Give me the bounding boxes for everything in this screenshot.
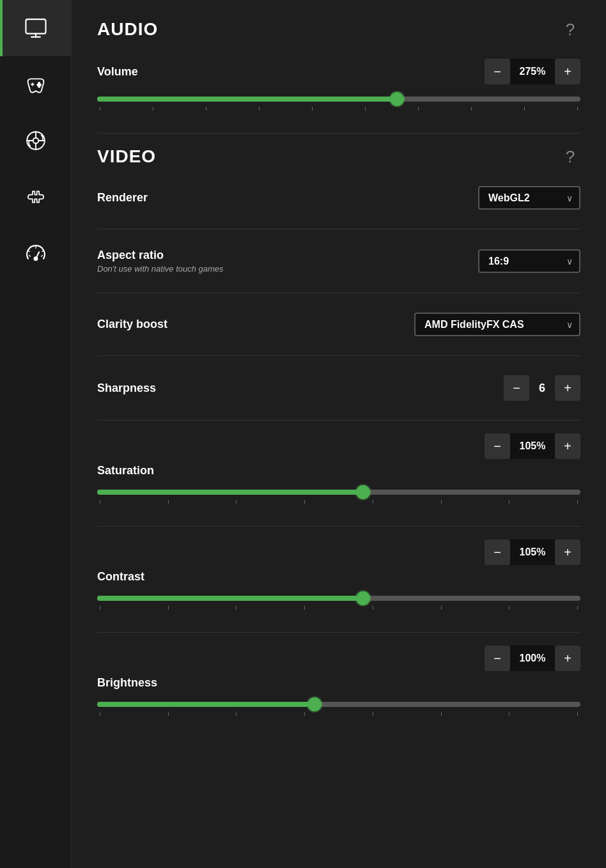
saturation-divider — [97, 526, 580, 527]
saturation-stepper: − 105% + — [485, 433, 580, 459]
brightness-thumb[interactable] — [307, 697, 322, 711]
contrast-increase-button[interactable]: + — [555, 539, 580, 565]
wheel-icon — [22, 127, 50, 155]
volume-decrease-button[interactable]: − — [485, 59, 510, 84]
volume-track — [97, 97, 580, 102]
volume-slider-container — [97, 91, 580, 120]
saturation-slider-container — [97, 484, 580, 513]
saturation-increase-button[interactable]: + — [555, 433, 580, 459]
renderer-divider — [97, 229, 580, 229]
audio-help-button[interactable]: ? — [560, 19, 580, 40]
clarity-boost-dropdown-wrapper: AMD FidelityFX CAS None Bilinear Bicubic — [414, 313, 580, 336]
brightness-stepper: − 100% + — [485, 646, 580, 671]
brightness-ticks — [97, 712, 580, 716]
aspect-ratio-setting-row: Aspect ratio Don't use with native touch… — [97, 242, 580, 280]
contrast-slider-container — [97, 590, 580, 619]
clarity-boost-setting-row: Clarity boost AMD FidelityFX CAS None Bi… — [97, 306, 580, 343]
contrast-divider — [97, 632, 580, 633]
renderer-label: Renderer — [97, 191, 148, 205]
svg-line-17 — [29, 255, 30, 256]
saturation-thumb[interactable] — [356, 485, 370, 499]
aspect-ratio-sublabel: Don't use with native touch games — [97, 264, 224, 274]
svg-rect-0 — [26, 19, 45, 33]
aspect-ratio-label-group: Aspect ratio Don't use with native touch… — [97, 249, 224, 274]
renderer-select[interactable]: WebGL2 WebGL Canvas — [478, 186, 580, 210]
saturation-section: − 105% + Saturation — [97, 433, 580, 513]
saturation-label-row: Saturation — [97, 464, 580, 484]
sharpness-label: Sharpness — [97, 382, 156, 395]
saturation-value: 105% — [510, 433, 555, 459]
contrast-label-row: Contrast — [97, 570, 580, 590]
speedometer-icon — [22, 239, 50, 267]
clarity-boost-label: Clarity boost — [97, 318, 167, 331]
sharpness-value: 6 — [529, 375, 555, 401]
main-content: AUDIO ? Volume − 275% + — [72, 0, 606, 868]
saturation-slider[interactable] — [97, 487, 580, 497]
audio-section-title: AUDIO — [97, 19, 158, 40]
contrast-stepper-row: − 105% + — [97, 539, 580, 565]
saturation-ticks — [97, 500, 580, 504]
contrast-thumb[interactable] — [356, 591, 370, 605]
audio-video-divider — [97, 133, 580, 134]
brightness-slider[interactable] — [97, 699, 580, 709]
video-help-button[interactable]: ? — [560, 146, 580, 167]
renderer-setting-row: Renderer WebGL2 WebGL Canvas — [97, 180, 580, 216]
sharpness-increase-button[interactable]: + — [555, 375, 580, 401]
brightness-track — [97, 702, 580, 707]
sharpness-setting-row: Sharpness − 6 + — [97, 369, 580, 407]
sidebar-item-display[interactable] — [0, 0, 71, 56]
volume-stepper: − 275% + — [485, 59, 580, 84]
volume-thumb[interactable] — [390, 92, 404, 106]
video-section-title: VIDEO — [97, 146, 156, 167]
brightness-increase-button[interactable]: + — [555, 646, 580, 671]
audio-section: AUDIO ? Volume − 275% + — [97, 19, 580, 120]
contrast-track — [97, 596, 580, 601]
svg-line-20 — [42, 251, 43, 252]
sidebar-item-performance[interactable] — [0, 225, 71, 281]
aspect-ratio-select[interactable]: 16:9 4:3 Original Stretch — [478, 249, 580, 273]
renderer-dropdown-wrapper: WebGL2 WebGL Canvas — [478, 186, 580, 210]
brightness-label: Brightness — [97, 676, 157, 690]
clarity-boost-divider — [97, 355, 580, 356]
sidebar-item-gamepad[interactable] — [0, 56, 71, 112]
volume-label: Volume — [97, 65, 138, 79]
monitor-icon — [22, 14, 50, 42]
contrast-section: − 105% + Contrast — [97, 539, 580, 619]
contrast-slider[interactable] — [97, 593, 580, 603]
sharpness-decrease-button[interactable]: − — [504, 375, 529, 401]
brightness-decrease-button[interactable]: − — [485, 646, 510, 671]
svg-point-8 — [38, 86, 40, 88]
svg-line-18 — [27, 251, 29, 252]
saturation-decrease-button[interactable]: − — [485, 433, 510, 459]
saturation-stepper-row: − 105% + — [97, 433, 580, 459]
sidebar-item-wheel[interactable] — [0, 112, 71, 169]
contrast-ticks — [97, 606, 580, 610]
brightness-stepper-row: − 100% + — [97, 646, 580, 671]
volume-slider[interactable] — [97, 94, 580, 104]
saturation-label: Saturation — [97, 464, 154, 477]
sidebar-item-keyboard[interactable] — [0, 169, 71, 225]
keyboard-icon — [22, 183, 50, 211]
aspect-ratio-divider — [97, 293, 580, 293]
aspect-ratio-dropdown-wrapper: 16:9 4:3 Original Stretch — [478, 249, 580, 273]
clarity-boost-select[interactable]: AMD FidelityFX CAS None Bilinear Bicubic — [414, 313, 580, 336]
contrast-label: Contrast — [97, 570, 144, 584]
video-section-header: VIDEO ? — [97, 146, 580, 167]
saturation-fill — [97, 490, 363, 495]
volume-increase-button[interactable]: + — [555, 59, 580, 84]
svg-point-10 — [33, 138, 38, 144]
brightness-slider-container — [97, 696, 580, 725]
volume-ticks — [97, 107, 580, 111]
brightness-fill — [97, 702, 315, 707]
aspect-ratio-label: Aspect ratio — [97, 249, 224, 262]
gamepad-icon — [22, 70, 50, 98]
contrast-decrease-button[interactable]: − — [485, 539, 510, 565]
audio-section-header: AUDIO ? — [97, 19, 580, 40]
brightness-section: − 100% + Brightness — [97, 646, 580, 725]
volume-setting-row: Volume − 275% + — [97, 52, 580, 91]
volume-fill — [97, 97, 397, 102]
svg-line-19 — [41, 255, 42, 256]
contrast-stepper: − 105% + — [485, 539, 580, 565]
saturation-track — [97, 490, 580, 495]
sharpness-stepper: − 6 + — [504, 375, 580, 401]
